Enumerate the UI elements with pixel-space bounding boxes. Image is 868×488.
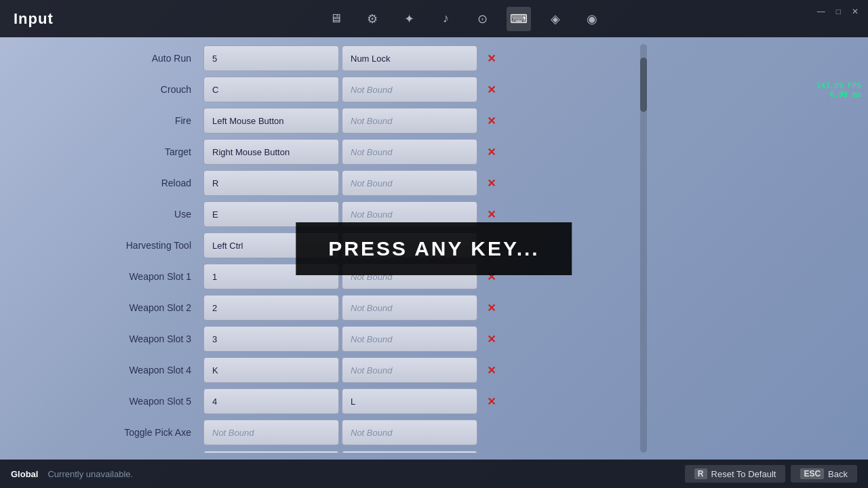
action-label: Harvesting Tool xyxy=(68,240,203,251)
primary-key-wslot2[interactable]: 2 xyxy=(203,295,339,321)
reset-label: Reset To Default xyxy=(711,469,776,479)
back-label: Back xyxy=(828,469,848,479)
nav-account[interactable]: ◉ xyxy=(580,7,604,31)
secondary-key-wslot2[interactable]: Not Bound xyxy=(342,295,477,321)
action-label: Weapon Slot 2 xyxy=(68,302,203,313)
main-content: 143.09 FPS 6.99 ms Auto Run 5 Num Lock ✕… xyxy=(0,37,868,460)
scrollbar[interactable] xyxy=(640,44,647,453)
maximize-button[interactable]: □ xyxy=(833,5,844,18)
nav-controller[interactable]: ◈ xyxy=(543,7,568,31)
action-label: Target xyxy=(68,146,203,157)
secondary-key-wslot4[interactable]: Not Bound xyxy=(342,357,477,383)
primary-key-wall[interactable]: Q xyxy=(203,451,339,453)
primary-key-wslot4[interactable]: K xyxy=(203,357,339,383)
nav-monitor[interactable]: 🖥 xyxy=(323,7,348,31)
bottom-bar: Global Currently unavailable. R Reset To… xyxy=(0,460,868,488)
top-bar: Input 🖥 ⚙ ✦ ♪ ⊙ ⌨ ◈ ◉ — □ ✕ xyxy=(0,0,868,37)
bottom-right-buttons: R Reset To Default ESC Back xyxy=(685,465,857,483)
secondary-key-target[interactable]: Not Bound xyxy=(342,139,477,165)
page-title: Input xyxy=(14,10,54,28)
table-row: Auto Run 5 Num Lock ✕ xyxy=(68,44,637,73)
table-row: Crouch C Not Bound ✕ xyxy=(68,75,637,104)
primary-key-reload[interactable]: R xyxy=(203,170,339,196)
status-text: Currently unavailable. xyxy=(47,469,133,479)
action-label: Weapon Slot 3 xyxy=(68,333,203,344)
action-label: Fire xyxy=(68,115,203,126)
action-label: Weapon Slot 5 xyxy=(68,396,203,407)
primary-key-wslot3[interactable]: 3 xyxy=(203,326,339,352)
back-button[interactable]: ESC Back xyxy=(791,465,857,483)
delete-wslot3[interactable]: ✕ xyxy=(480,328,502,350)
delete-autorun[interactable]: ✕ xyxy=(480,47,502,69)
delete-fire[interactable]: ✕ xyxy=(480,110,502,131)
table-row: Weapon Slot 5 4 L ✕ xyxy=(68,387,637,415)
nav-gear[interactable]: ⚙ xyxy=(360,7,384,31)
delete-wslot4[interactable]: ✕ xyxy=(480,359,502,381)
primary-key-fire[interactable]: Left Mouse Button xyxy=(203,108,339,134)
nav-brightness[interactable]: ✦ xyxy=(397,7,421,31)
primary-key-target[interactable]: Right Mouse Button xyxy=(203,139,339,165)
delete-wslot5[interactable]: ✕ xyxy=(480,390,502,412)
secondary-key-wslot5[interactable]: L xyxy=(342,388,477,414)
primary-key-crouch[interactable]: C xyxy=(203,77,339,102)
action-label: Weapon Slot 4 xyxy=(68,365,203,375)
back-key-hint: ESC xyxy=(800,468,824,479)
action-label: Weapon Slot 1 xyxy=(68,271,203,282)
scrollbar-thumb[interactable] xyxy=(640,58,647,112)
primary-key-togglepick[interactable]: Not Bound xyxy=(203,420,339,445)
delete-crouch[interactable]: ✕ xyxy=(480,79,502,100)
action-label: Toggle Pick Axe xyxy=(68,427,203,438)
close-button[interactable]: ✕ xyxy=(849,5,861,18)
nav-icons: 🖥 ⚙ ✦ ♪ ⊙ ⌨ ◈ ◉ xyxy=(323,7,604,31)
minimize-button[interactable]: — xyxy=(814,5,828,18)
table-row: Reload R Not Bound ✕ xyxy=(68,169,637,197)
fps-counter: 143.09 FPS 6.99 ms xyxy=(816,81,861,99)
nav-accessibility[interactable]: ⊙ xyxy=(470,7,494,31)
ms-value: 6.99 ms xyxy=(816,90,861,99)
secondary-key-togglepick[interactable]: Not Bound xyxy=(342,420,477,445)
delete-target[interactable]: ✕ xyxy=(480,141,502,163)
secondary-key-reload[interactable]: Not Bound xyxy=(342,170,477,196)
delete-reload[interactable]: ✕ xyxy=(480,172,502,194)
nav-input[interactable]: ⌨ xyxy=(507,7,531,31)
secondary-key-wall[interactable]: Not Bound xyxy=(342,451,477,453)
nav-audio[interactable]: ♪ xyxy=(433,7,458,31)
secondary-key-autorun[interactable]: Num Lock xyxy=(342,45,477,71)
secondary-key-crouch[interactable]: Not Bound xyxy=(342,77,477,102)
secondary-key-fire[interactable]: Not Bound xyxy=(342,108,477,134)
action-label: Use xyxy=(68,209,203,220)
table-row: Toggle Pick Axe Not Bound Not Bound xyxy=(68,418,637,447)
action-label: Reload xyxy=(68,178,203,188)
table-row: Weapon Slot 3 3 Not Bound ✕ xyxy=(68,325,637,353)
press-any-key-text: PRESS ANY KEY... xyxy=(328,237,539,260)
fps-value: 143.09 FPS xyxy=(816,81,861,90)
secondary-key-wslot3[interactable]: Not Bound xyxy=(342,326,477,352)
delete-wslot2[interactable]: ✕ xyxy=(480,297,502,319)
global-label: Global xyxy=(11,469,38,479)
table-row: Weapon Slot 2 2 Not Bound ✕ xyxy=(68,293,637,322)
action-label: Auto Run xyxy=(68,53,203,64)
table-row: Target Right Mouse Button Not Bound ✕ xyxy=(68,138,637,166)
reset-key-hint: R xyxy=(694,468,707,479)
primary-key-autorun[interactable]: 5 xyxy=(203,45,339,71)
window-controls: — □ ✕ xyxy=(814,5,861,18)
table-row: Weapon Slot 4 K Not Bound ✕ xyxy=(68,356,637,384)
table-row: Wall Q Not Bound ✕ xyxy=(68,449,637,453)
table-row: Fire Left Mouse Button Not Bound ✕ xyxy=(68,106,637,135)
primary-key-wslot5[interactable]: 4 xyxy=(203,388,339,414)
delete-togglepick xyxy=(480,422,502,443)
press-any-key-overlay: PRESS ANY KEY... xyxy=(296,222,572,275)
action-label: Crouch xyxy=(68,84,203,95)
reset-to-default-button[interactable]: R Reset To Default xyxy=(685,465,786,483)
